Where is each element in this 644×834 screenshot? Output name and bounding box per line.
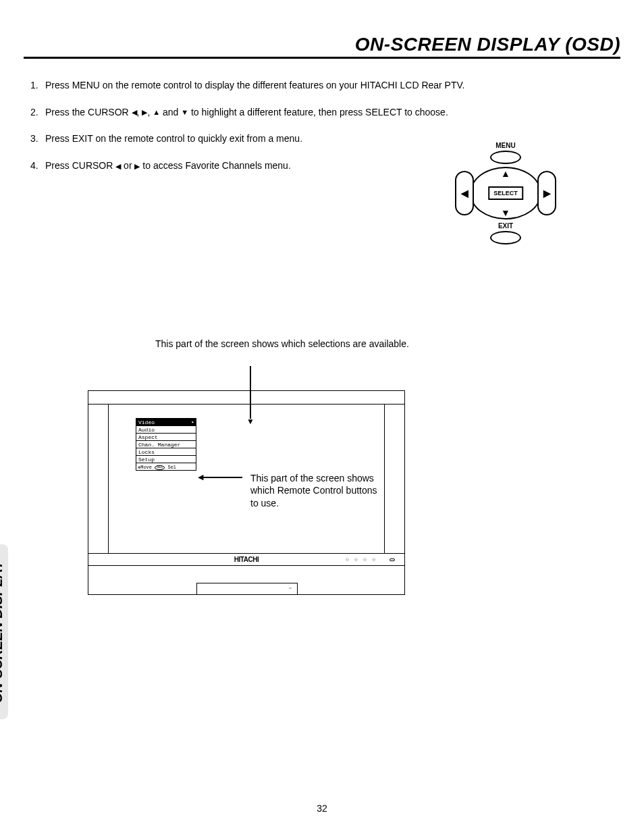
remote-diagram: MENU ◀ ▶ SELECT ▲ ▼ EXIT (455, 142, 556, 246)
list-number: 1. (30, 79, 45, 93)
list-text: Press MENU on the remote control to disp… (45, 79, 614, 93)
left-arrow-icon: ◀ (132, 109, 137, 116)
page-number: 32 (0, 803, 644, 814)
list-number: 4. (30, 159, 45, 173)
up-arrow-icon: ▲ (501, 168, 510, 179)
list-number: 2. (30, 106, 45, 120)
tv-drawer: ▭ (196, 583, 298, 595)
text-fragment: to access Favorite Channels menu. (140, 160, 290, 171)
select-button: SELECT (488, 186, 523, 200)
right-arrow-icon: ▶ (543, 188, 551, 199)
tv-outline: Video Audio Aspect Chan. Manager Locks S… (88, 390, 405, 595)
drawer-slot-icon: ▭ (289, 586, 292, 590)
up-arrow-icon: ▲ (153, 109, 160, 116)
left-arrow-icon: ◀ (461, 188, 468, 199)
indicator-dots-icon: ○ ○ ○ ○ (346, 556, 377, 563)
cursor-left-button: ◀ (455, 171, 474, 215)
osd-hint-bar: ✥Move SEL Sel (136, 463, 196, 471)
hint-sel-label: Sel (167, 465, 176, 470)
list-text: Press the CURSOR ◀, ▶, ▲ and ▼ to highli… (45, 106, 614, 120)
tv-speaker-left (88, 405, 109, 553)
osd-menu-item: Setup (136, 455, 196, 463)
tv-speaker-right (384, 405, 404, 553)
cursor-right-button: ▶ (537, 171, 556, 215)
tv-brand-bar: HITACHI ○ ○ ○ ○ (88, 554, 404, 566)
ir-window-icon (390, 558, 395, 561)
menu-button-icon (490, 151, 521, 164)
tv-base: ▭ (88, 566, 404, 594)
sel-badge-icon: SEL (155, 465, 165, 470)
page-title: ON-SCREEN DISPLAY (OSD) (24, 34, 620, 57)
instruction-item: 2. Press the CURSOR ◀, ▶, ▲ and ▼ to hig… (30, 106, 614, 120)
text-fragment: , (147, 107, 153, 118)
exit-button-icon (490, 231, 521, 244)
text-fragment: and (160, 107, 181, 118)
text-fragment: , (137, 107, 142, 118)
text-fragment: to highlight a different feature, then p… (188, 107, 448, 118)
hint-move-label: Move (140, 465, 152, 470)
text-fragment: Press CURSOR (45, 160, 115, 171)
down-arrow-icon: ▼ (181, 109, 188, 116)
callout-arrow-line (202, 477, 242, 478)
callout-remote-buttons: This part of the screen shows which Remo… (250, 472, 385, 509)
text-fragment: Press the CURSOR (45, 107, 132, 118)
tv-bezel-top (88, 391, 404, 405)
dpad: ◀ ▶ SELECT ▲ ▼ (455, 167, 556, 219)
callout-selections: This part of the screen shows which sele… (155, 338, 425, 350)
tv-diagram: This part of the screen shows which sele… (88, 338, 425, 595)
page: ON-SCREEN DISPLAY (OSD) 1. Press MENU on… (0, 0, 644, 834)
left-arrow-icon: ◀ (198, 473, 203, 481)
tv-screen: Video Audio Aspect Chan. Manager Locks S… (109, 405, 384, 553)
text-fragment: or (121, 160, 134, 171)
down-arrow-icon: ▼ (501, 207, 510, 218)
header-rule: ON-SCREEN DISPLAY (OSD) (24, 34, 620, 59)
instruction-item: 1. Press MENU on the remote control to d… (30, 79, 614, 93)
tv-body: Video Audio Aspect Chan. Manager Locks S… (88, 405, 404, 554)
brand-logo: HITACHI (234, 556, 259, 563)
osd-menu: Video Audio Aspect Chan. Manager Locks S… (136, 418, 196, 471)
exit-button-label: EXIT (455, 222, 556, 230)
menu-button-label: MENU (455, 142, 556, 149)
side-tab: ON-SCREEN DISPLAY (0, 544, 8, 719)
list-number: 3. (30, 132, 45, 146)
